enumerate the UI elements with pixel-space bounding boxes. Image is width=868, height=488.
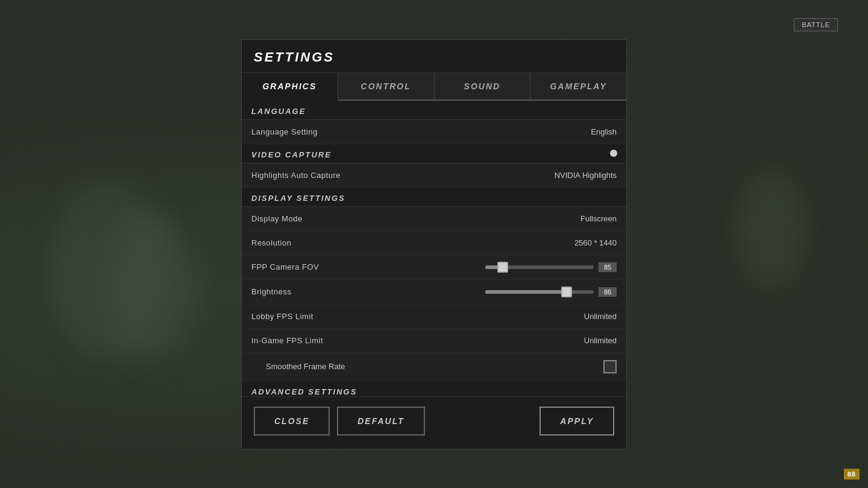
row-brightness[interactable]: Brightness 86 — [242, 280, 626, 305]
label-language-setting: Language Setting — [251, 127, 318, 136]
tab-sound[interactable]: SOUND — [435, 73, 531, 100]
tab-gameplay[interactable]: GAMEPLAY — [530, 73, 626, 100]
slider-brightness-fill — [485, 290, 567, 294]
slider-brightness-thumb[interactable] — [561, 287, 572, 297]
label-smoothed-frame-rate: Smoothed Frame Rate — [266, 362, 345, 371]
label-resolution: Resolution — [251, 238, 291, 247]
tab-control[interactable]: CONTROL — [338, 73, 435, 100]
section-language: LANGUAGE — [242, 101, 626, 120]
row-smoothed-frame-rate[interactable]: Smoothed Frame Rate — [242, 353, 626, 381]
label-in-game-fps-limit: In-Game FPS Limit — [251, 336, 323, 345]
row-display-mode[interactable]: Display Mode Fullscreen — [242, 207, 626, 231]
section-display-settings: DISPLAY SETTINGS — [242, 188, 626, 207]
row-language-setting[interactable]: Language Setting English — [242, 120, 626, 144]
row-highlights-auto-capture[interactable]: Highlights Auto Capture NVIDIA Highlight… — [242, 163, 626, 188]
settings-modal: SETTINGS GRAPHICS CONTROL SOUND GAMEPLAY… — [241, 39, 627, 449]
score-badge: 88 — [844, 469, 860, 480]
value-display-mode: Fullscreen — [580, 214, 617, 223]
label-display-mode: Display Mode — [251, 214, 303, 223]
label-highlights-auto-capture: Highlights Auto Capture — [251, 171, 341, 180]
value-lobby-fps-limit: Unlimited — [584, 312, 617, 321]
value-resolution: 2560 * 1440 — [574, 238, 617, 247]
apply-button[interactable]: APPLY — [539, 407, 614, 436]
row-in-game-fps-limit[interactable]: In-Game FPS Limit Unlimited — [242, 329, 626, 353]
footer-left-buttons: CLOSE DEFAULT — [254, 407, 425, 436]
section-advanced-settings: ADVANCED SETTINGS — [242, 381, 626, 396]
checkbox-smoothed-frame-rate[interactable] — [603, 360, 617, 373]
row-fpp-camera-fov[interactable]: FPP Camera FOV 85 — [242, 255, 626, 280]
modal-overlay: SETTINGS GRAPHICS CONTROL SOUND GAMEPLAY… — [0, 0, 868, 488]
slider-brightness-track[interactable] — [485, 290, 594, 294]
value-in-game-fps-limit: Unlimited — [584, 336, 617, 345]
footer-right-buttons: APPLY — [539, 407, 614, 436]
label-fpp-camera-fov: FPP Camera FOV — [251, 262, 319, 271]
slider-fpp-container: 85 — [485, 262, 617, 272]
value-language-setting: English — [591, 127, 617, 136]
tab-graphics[interactable]: GRAPHICS — [242, 73, 338, 101]
settings-footer: CLOSE DEFAULT APPLY — [242, 396, 626, 445]
default-button[interactable]: DEFAULT — [337, 407, 425, 436]
label-brightness: Brightness — [251, 287, 291, 296]
value-highlights-auto-capture: NVIDIA Highlights — [555, 171, 617, 180]
label-lobby-fps-limit: Lobby FPS Limit — [251, 312, 313, 321]
battle-button[interactable]: BATTLE — [794, 18, 838, 31]
slider-brightness-container: 86 — [485, 287, 617, 297]
slider-fpp-value: 85 — [599, 262, 617, 272]
section-video-capture: VIDEO CAPTURE — [242, 144, 626, 163]
settings-title: SETTINGS — [254, 49, 614, 65]
row-resolution[interactable]: Resolution 2560 * 1440 — [242, 231, 626, 255]
slider-fpp-thumb[interactable] — [497, 262, 508, 273]
tabs-row: GRAPHICS CONTROL SOUND GAMEPLAY — [242, 73, 626, 101]
slider-fpp-track[interactable] — [485, 265, 594, 269]
settings-header: SETTINGS — [242, 40, 626, 73]
row-lobby-fps-limit[interactable]: Lobby FPS Limit Unlimited — [242, 305, 626, 329]
slider-brightness-value: 86 — [599, 287, 617, 297]
close-button[interactable]: CLOSE — [254, 407, 330, 436]
settings-body[interactable]: LANGUAGE Language Setting English VIDEO … — [242, 101, 626, 396]
